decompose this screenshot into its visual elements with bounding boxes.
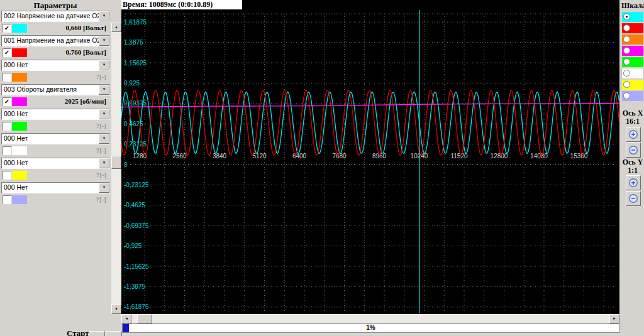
parameter-value-row: ?[-]: [1, 121, 110, 131]
channel-radio[interactable]: [623, 81, 630, 88]
arrow-left-icon: ◄: [125, 317, 128, 320]
x-axis-tick-label: 2560: [172, 153, 187, 160]
parameter-block: 000 Нет▼?[-]: [1, 109, 110, 131]
parameter-block: 000 Нет▼?[-]: [1, 158, 110, 180]
waveform-001: [121, 90, 619, 156]
chart-vertical-scrollbar[interactable]: ▲ ▼: [111, 23, 121, 314]
plus-circle-icon: [628, 129, 638, 139]
start-mini-button-1[interactable]: [89, 331, 105, 336]
y-axis-tick-label: 1,15625: [124, 60, 147, 67]
x-axis-tick-label: 11520: [450, 153, 468, 160]
combobox-dropdown-button[interactable]: ▼: [99, 134, 109, 144]
parameter-combobox-value: 001 Напряжение на датчике O2 B1 S: [4, 36, 110, 44]
parameter-combobox[interactable]: 002 Напряжение на датчике O2 B2 S▼: [1, 11, 110, 22]
channel-radio[interactable]: [623, 24, 630, 31]
scroll-right-button[interactable]: ►: [609, 314, 619, 323]
parameter-value-row: ?[-]: [1, 146, 110, 156]
channel-radio[interactable]: [623, 13, 630, 20]
chevron-down-icon: ▼: [99, 61, 109, 69]
combobox-dropdown-button[interactable]: ▼: [99, 158, 109, 168]
parameter-checkbox[interactable]: [3, 146, 11, 155]
parameter-combobox-value: 002 Напряжение на датчике O2 B2 S: [4, 12, 110, 19]
parameter-checkbox[interactable]: ✓: [3, 48, 11, 57]
scale-channel-option[interactable]: [622, 46, 643, 56]
app-window: Параметры 002 Напряжение на датчике O2 B…: [0, 0, 644, 336]
scale-channel-option[interactable]: [622, 57, 643, 67]
combobox-dropdown-button[interactable]: ▼: [99, 85, 109, 95]
parameter-combobox[interactable]: 001 Напряжение на датчике O2 B1 S▼: [1, 35, 110, 46]
minus-circle-icon: [628, 193, 638, 203]
minus-circle-icon: [628, 145, 638, 155]
parameter-combobox-value: 000 Нет: [4, 61, 28, 68]
parameter-value: ?[-]: [96, 195, 107, 203]
channel-radio[interactable]: [623, 47, 630, 54]
y-axis-tick-label: 0: [124, 161, 128, 168]
scroll-left-button[interactable]: ◄: [121, 314, 131, 323]
channel-radio[interactable]: [623, 70, 630, 77]
parameter-list: 002 Напряжение на датчике O2 B2 S▼✓0,660…: [1, 11, 110, 207]
x-axis-tick-label: 1280: [133, 153, 147, 160]
parameter-combobox[interactable]: 000 Нет▼: [1, 133, 110, 144]
oscilloscope-plot[interactable]: Время: 10089мс (0:0:10.89) 1,618751,3875…: [121, 0, 619, 314]
axis-x-zoom-in-button[interactable]: [626, 127, 641, 142]
channel-radio[interactable]: [623, 92, 630, 99]
combobox-dropdown-button[interactable]: ▼: [99, 36, 109, 46]
x-axis-tick-label: 12800: [491, 153, 508, 160]
parameter-combobox[interactable]: 000 Нет▼: [1, 109, 110, 120]
scroll-up-button[interactable]: ▲: [111, 23, 121, 32]
waveform-canvas[interactable]: 1,618751,38751,156250,9250,693750,46250,…: [121, 0, 619, 314]
combobox-dropdown-button[interactable]: ▼: [99, 109, 109, 119]
x-axis-tick-label: 14080: [530, 153, 548, 160]
scroll-down-button[interactable]: ▼: [111, 305, 121, 314]
scale-channel-option[interactable]: [622, 23, 643, 33]
parameter-value: ?[-]: [96, 73, 107, 80]
chart-horizontal-scrollbar[interactable]: ◄ ►: [121, 314, 619, 323]
scale-channel-option[interactable]: [622, 12, 643, 22]
parameter-block: 000 Нет▼?[-]: [1, 182, 110, 205]
scale-channel-option[interactable]: [622, 91, 643, 101]
parameter-checkbox[interactable]: [3, 171, 11, 180]
parameter-combobox[interactable]: 003 Обороты двигателя▼: [1, 84, 110, 95]
axis-y-scale-value: 1:1: [621, 166, 644, 175]
start-label: Старт: [67, 328, 89, 336]
parameter-combobox[interactable]: 000 Нет▼: [1, 158, 110, 169]
parameter-combobox-value: 000 Нет: [4, 183, 28, 191]
scale-channel-option[interactable]: [622, 68, 643, 79]
parameter-checkbox[interactable]: [3, 122, 11, 131]
parameter-checkbox[interactable]: ✓: [3, 24, 11, 33]
y-axis-tick-label: -1,15625: [124, 263, 149, 270]
parameter-combobox[interactable]: 000 Нет▼: [1, 60, 110, 71]
y-axis-tick-label: 1,61875: [124, 19, 147, 26]
parameter-checkbox[interactable]: ✓: [3, 97, 11, 106]
axis-y-zoom-in-button[interactable]: [626, 175, 641, 190]
vertical-scrollbar-thumb[interactable]: [111, 156, 121, 169]
axis-x-zoom-out-button[interactable]: [626, 143, 641, 158]
chevron-down-icon: ▼: [99, 85, 109, 94]
scale-channel-list: [622, 12, 643, 102]
y-axis-tick-label: 0,925: [124, 80, 140, 87]
x-axis-tick-label: 3840: [213, 153, 227, 160]
channel-radio[interactable]: [623, 58, 630, 65]
x-axis-tick-label: 5120: [252, 153, 267, 160]
parameter-value: 0,760 [Вольт]: [66, 48, 107, 56]
parameter-checkbox[interactable]: [3, 73, 11, 82]
chevron-down-icon: ▼: [99, 110, 109, 118]
y-axis-tick-label: -1,3875: [124, 283, 145, 290]
channel-radio[interactable]: [623, 36, 630, 43]
scale-channel-option[interactable]: [622, 35, 643, 45]
scale-channel-option[interactable]: [622, 80, 643, 90]
combobox-dropdown-button[interactable]: ▼: [99, 183, 109, 193]
parameter-color-swatch: [12, 195, 27, 204]
record-progress-bar: 1%: [122, 323, 619, 333]
combobox-dropdown-button[interactable]: ▼: [99, 60, 109, 70]
parameter-checkbox[interactable]: [3, 195, 11, 204]
parameter-value-row: ✓0,660 [Вольт]: [1, 23, 110, 33]
parameter-combobox[interactable]: 000 Нет▼: [1, 182, 110, 193]
parameter-value-row: ?[-]: [1, 195, 110, 205]
start-mini-button-2[interactable]: [106, 331, 122, 336]
axis-y-zoom-out-button[interactable]: [626, 191, 641, 206]
combobox-dropdown-button[interactable]: ▼: [99, 11, 109, 21]
horizontal-scrollbar-thumb[interactable]: [137, 314, 152, 323]
parameter-block: 000 Нет▼?[-]: [1, 60, 110, 82]
x-axis-tick-label: 7680: [332, 153, 347, 160]
